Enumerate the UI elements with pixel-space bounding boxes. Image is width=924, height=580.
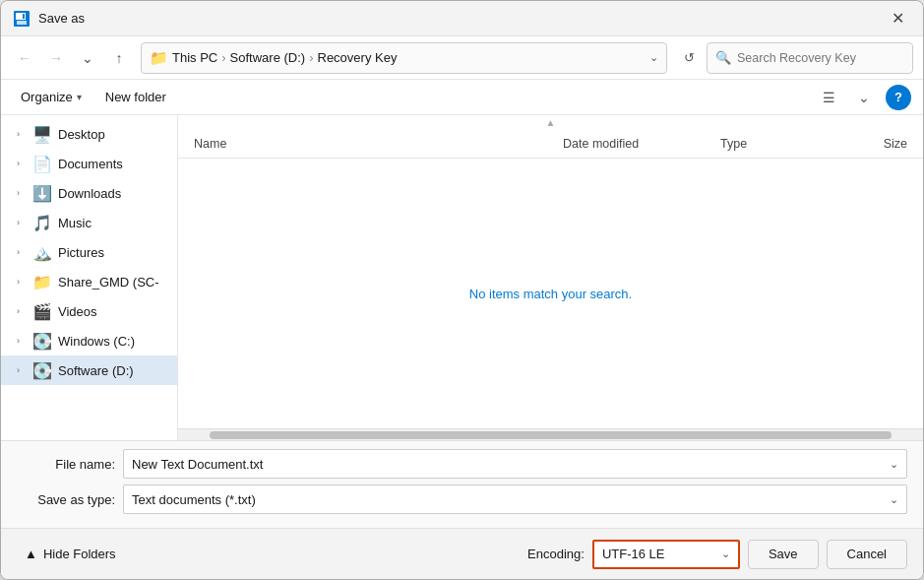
- close-button[interactable]: ✕: [884, 5, 911, 32]
- col-type-header[interactable]: Type: [720, 137, 829, 151]
- back-button[interactable]: ←: [11, 44, 38, 72]
- sidebar-item-videos[interactable]: › 🎬 Videos: [1, 296, 177, 326]
- desktop-chevron-icon: ›: [17, 129, 29, 139]
- recent-button[interactable]: ⌄: [74, 44, 101, 72]
- sidebar-item-pictures[interactable]: › 🏔️ Pictures: [1, 237, 177, 267]
- encoding-value: UTF-16 LE: [602, 547, 665, 561]
- windows-c-icon: 💽: [32, 331, 52, 351]
- address-part-1: This PC: [172, 50, 217, 65]
- bottom-form: File name: New Text Document.txt ⌄ Save …: [1, 440, 923, 528]
- share-gmd-icon: 📁: [32, 272, 52, 291]
- sidebar-item-software-d[interactable]: › 💽 Software (D:): [1, 355, 177, 385]
- videos-icon: 🎬: [32, 301, 52, 321]
- col-size-header[interactable]: Size: [829, 137, 907, 151]
- downloads-icon: ⬇️: [32, 183, 52, 203]
- scrollbar-thumb: [210, 431, 892, 439]
- search-bar[interactable]: 🔍: [707, 42, 913, 74]
- software-d-icon: 💽: [32, 360, 52, 380]
- file-name-row: File name: New Text Document.txt ⌄: [17, 449, 907, 479]
- hide-folders-label: Hide Folders: [43, 547, 116, 561]
- svg-rect-3: [23, 14, 25, 19]
- up-button[interactable]: ↑: [105, 44, 133, 72]
- scroll-up-indicator[interactable]: ▲: [178, 115, 923, 129]
- file-name-value: New Text Document.txt: [132, 457, 263, 472]
- sidebar-item-downloads[interactable]: › ⬇️ Downloads: [1, 178, 177, 208]
- sidebar-label-share-gmd: Share_GMD (SC-: [58, 275, 159, 290]
- encoding-dropdown-icon: ⌄: [721, 548, 730, 560]
- hide-folders-button[interactable]: ▲ Hide Folders: [17, 543, 124, 565]
- save-button[interactable]: Save: [748, 540, 819, 569]
- sidebar-item-windows-c[interactable]: › 💽 Windows (C:): [1, 326, 177, 355]
- sidebar-label-pictures: Pictures: [58, 245, 104, 260]
- save-type-dropdown-icon: ⌄: [890, 493, 898, 506]
- hide-folders-icon: ▲: [25, 547, 37, 561]
- windows-c-chevron-icon: ›: [17, 336, 29, 346]
- horizontal-scrollbar[interactable]: [178, 428, 923, 440]
- sidebar-item-desktop[interactable]: › 🖥️ Desktop: [1, 119, 177, 149]
- save-as-dialog: Save as ✕ ← → ⌄ ↑ 📁 This PC › Software (…: [0, 0, 924, 580]
- help-button[interactable]: ?: [886, 85, 911, 110]
- downloads-chevron-icon: ›: [17, 188, 29, 198]
- videos-chevron-icon: ›: [17, 306, 29, 316]
- sidebar-item-music[interactable]: › 🎵 Music: [1, 208, 177, 237]
- action-bar: Organize ▾ New folder ☰ ⌄ ?: [1, 80, 923, 115]
- refresh-button[interactable]: ↺: [675, 44, 703, 72]
- sidebar-label-videos: Videos: [58, 304, 97, 319]
- file-name-input[interactable]: New Text Document.txt ⌄: [123, 449, 907, 479]
- music-chevron-icon: ›: [17, 218, 29, 227]
- sidebar-label-windows-c: Windows (C:): [58, 334, 135, 349]
- file-name-dropdown-icon: ⌄: [890, 458, 898, 471]
- share-gmd-chevron-icon: ›: [17, 277, 29, 287]
- sidebar-label-software-d: Software (D:): [58, 363, 134, 378]
- pictures-icon: 🏔️: [32, 242, 52, 262]
- main-content: › 🖥️ Desktop › 📄 Documents › ⬇️ Download…: [1, 115, 923, 440]
- new-folder-button[interactable]: New folder: [97, 85, 174, 110]
- file-name-label: File name:: [17, 457, 115, 472]
- search-icon: 🔍: [715, 50, 731, 65]
- address-part-2: Software (D:): [230, 50, 306, 65]
- save-type-row: Save as type: Text documents (*.txt) ⌄: [17, 484, 907, 514]
- save-type-value: Text documents (*.txt): [132, 492, 256, 507]
- address-toolbar: ← → ⌄ ↑ 📁 This PC › Software (D:) › Reco…: [1, 36, 923, 80]
- address-sep-1: ›: [221, 50, 225, 65]
- address-part-3: Recovery Key: [318, 50, 398, 65]
- address-sep-2: ›: [309, 50, 313, 65]
- file-list: No items match your search.: [178, 159, 923, 428]
- file-panel: ▲ Name Date modified Type Size No items …: [178, 115, 923, 440]
- sidebar-item-share-gmd[interactable]: › 📁 Share_GMD (SC-: [1, 267, 177, 296]
- encoding-dropdown[interactable]: UTF-16 LE ⌄: [592, 540, 740, 569]
- title-bar: Save as ✕: [1, 1, 923, 36]
- sidebar: › 🖥️ Desktop › 📄 Documents › ⬇️ Download…: [1, 115, 178, 440]
- sidebar-label-documents: Documents: [58, 157, 123, 171]
- sidebar-item-documents[interactable]: › 📄 Documents: [1, 149, 177, 178]
- forward-button[interactable]: →: [42, 44, 70, 72]
- pictures-chevron-icon: ›: [17, 247, 29, 257]
- column-headers: Name Date modified Type Size: [178, 129, 923, 159]
- organize-label: Organize: [21, 90, 73, 104]
- address-parts: This PC › Software (D:) › Recovery Key: [172, 50, 649, 65]
- software-d-chevron-icon: ›: [17, 365, 29, 375]
- new-folder-label: New folder: [105, 90, 166, 104]
- sidebar-label-downloads: Downloads: [58, 186, 121, 201]
- bottom-actions: ▲ Hide Folders Encoding: UTF-16 LE ⌄ Sav…: [1, 528, 923, 579]
- address-bar[interactable]: 📁 This PC › Software (D:) › Recovery Key…: [141, 42, 667, 74]
- view-options-button[interactable]: ⌄: [850, 85, 878, 110]
- col-date-header[interactable]: Date modified: [563, 137, 720, 151]
- desktop-icon: 🖥️: [32, 124, 52, 144]
- save-type-input[interactable]: Text documents (*.txt) ⌄: [123, 484, 907, 514]
- organize-chevron-icon: ▾: [77, 92, 82, 102]
- organize-button[interactable]: Organize ▾: [13, 85, 90, 110]
- encoding-label: Encoding:: [527, 547, 585, 561]
- svg-rect-2: [17, 21, 27, 25]
- search-input[interactable]: [737, 51, 904, 65]
- sidebar-label-desktop: Desktop: [58, 127, 105, 142]
- sidebar-label-music: Music: [58, 216, 92, 230]
- view-list-button[interactable]: ☰: [815, 85, 842, 110]
- music-icon: 🎵: [32, 213, 52, 232]
- dialog-icon: [13, 10, 31, 28]
- sidebar-container: › 🖥️ Desktop › 📄 Documents › ⬇️ Download…: [1, 115, 178, 440]
- save-type-label: Save as type:: [17, 492, 115, 507]
- col-name-header[interactable]: Name: [194, 137, 563, 151]
- cancel-button[interactable]: Cancel: [827, 540, 907, 569]
- folder-icon: 📁: [150, 49, 168, 67]
